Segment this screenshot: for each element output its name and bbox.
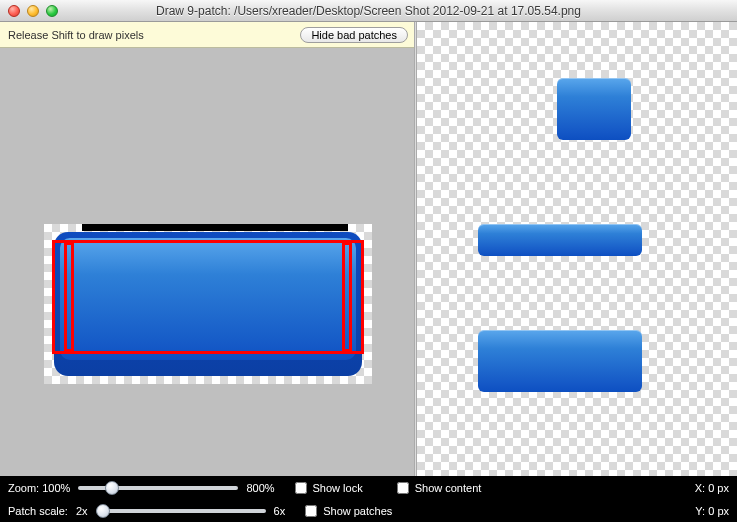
show-lock-checkbox[interactable]: Show lock — [295, 482, 363, 494]
workspace: Release Shift to draw pixels Hide bad pa… — [0, 22, 737, 476]
show-patches-input[interactable] — [305, 505, 317, 517]
bad-patch-outline-left — [64, 242, 74, 352]
zoom-label: Zoom: 100% — [8, 482, 70, 494]
preview-both — [478, 330, 642, 392]
minimize-icon[interactable] — [27, 5, 39, 17]
show-patches-checkbox[interactable]: Show patches — [305, 505, 392, 517]
cursor-x: X: 0 px — [679, 482, 729, 494]
preview-vertical — [557, 78, 631, 140]
scale-label: Patch scale: — [8, 505, 68, 517]
editor-canvas[interactable] — [0, 48, 414, 476]
bad-patch-outline-right — [342, 242, 352, 352]
window-titlebar: Draw 9-patch: /Users/xreader/Desktop/Scr… — [0, 0, 737, 22]
show-content-label: Show content — [415, 482, 482, 494]
scale-max-label: 6x — [274, 505, 286, 517]
ninepatch-image[interactable] — [44, 224, 372, 384]
zoom-icon[interactable] — [46, 5, 58, 17]
zoom-max-label: 800% — [246, 482, 274, 494]
zoom-slider[interactable] — [78, 486, 238, 490]
preview-horizontal — [478, 224, 642, 256]
patch-scale-slider[interactable] — [96, 509, 266, 513]
hide-bad-patches-button[interactable]: Hide bad patches — [300, 27, 408, 43]
bottom-toolbar: Zoom: 100% 800% Show lock Show content X… — [0, 476, 737, 522]
scale-min-label: 2x — [76, 505, 88, 517]
traffic-lights — [0, 5, 58, 17]
show-content-input[interactable] — [397, 482, 409, 494]
stretch-marker-top[interactable] — [82, 224, 348, 231]
hint-bar: Release Shift to draw pixels Hide bad pa… — [0, 22, 414, 48]
show-content-checkbox[interactable]: Show content — [397, 482, 482, 494]
close-icon[interactable] — [8, 5, 20, 17]
cursor-y: Y: 0 px — [679, 505, 729, 517]
show-patches-label: Show patches — [323, 505, 392, 517]
preview-panel — [417, 22, 737, 476]
bad-patch-outline-main — [52, 240, 364, 354]
window-title: Draw 9-patch: /Users/xreader/Desktop/Scr… — [0, 4, 737, 18]
hint-text: Release Shift to draw pixels — [8, 29, 144, 41]
left-column: Release Shift to draw pixels Hide bad pa… — [0, 22, 414, 476]
show-lock-label: Show lock — [313, 482, 363, 494]
show-lock-input[interactable] — [295, 482, 307, 494]
